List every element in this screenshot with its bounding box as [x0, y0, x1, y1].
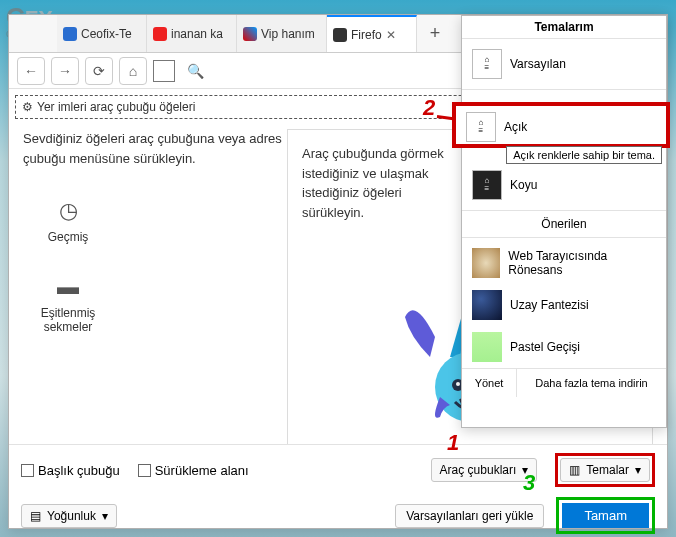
tab-ceofix[interactable]: Ceofix-Te — [57, 15, 147, 52]
recommended-title: Önerilen — [462, 215, 666, 233]
dd-label: Yoğunluk — [47, 509, 96, 523]
heart-icon — [153, 27, 167, 41]
restore-defaults-button[interactable]: Varsayılanları geri yükle — [395, 504, 544, 528]
drag-space-checkbox[interactable]: Sürükleme alanı — [138, 463, 249, 478]
forward-button[interactable]: → — [51, 57, 79, 85]
dd-label: Temalar — [586, 463, 629, 477]
tool-label: Eşitlenmiş sekmeler — [23, 306, 113, 334]
firefox-window: Ceofix-Te inanan ka Vip hanım Firefo ✕ +… — [8, 14, 668, 529]
preview-instruction: Araç çubuğunda görmek istediğiniz ve ula… — [302, 144, 462, 222]
theme-light-highlight: ⌂≡ Açık — [452, 102, 670, 148]
themes-panel: Temalarım ⌂≡ Varsayılan ⌂≡ Açık Açık ren… — [461, 15, 667, 428]
theme-label: Koyu — [510, 178, 537, 192]
theme-light[interactable]: ⌂≡ Açık — [466, 112, 666, 142]
done-button-highlight: Tamam — [556, 497, 655, 534]
tab-label: Firefo — [351, 28, 382, 42]
bottom-row-2: ▤ Yoğunluk ▾ Varsayılanları geri yükle T… — [21, 497, 655, 534]
marker-3: 3 — [523, 470, 535, 496]
palette-icon: ▥ — [569, 463, 580, 477]
chevron-down-icon: ▾ — [102, 509, 108, 523]
theme-pastel[interactable]: Pastel Geçişi — [462, 326, 666, 368]
bookmarks-label: Yer imleri araç çubuğu öğeleri — [37, 100, 195, 114]
theme-space-fantasy[interactable]: Uzay Fantezisi — [462, 284, 666, 326]
tab-inanan[interactable]: inanan ka — [147, 15, 237, 52]
tool-label: Geçmiş — [23, 230, 113, 244]
theme-tooltip: Açık renklerle sahip bir tema. — [506, 146, 662, 164]
back-button[interactable]: ← — [17, 57, 45, 85]
tab-label: Vip hanım — [261, 27, 315, 41]
theme-default[interactable]: ⌂≡ Varsayılan — [462, 43, 666, 85]
tab-firefox-customize[interactable]: Firefo ✕ — [327, 15, 417, 52]
bottom-row-1: Başlık çubuğu Sürükleme alanı Araç çubuk… — [21, 453, 655, 487]
checkbox-icon — [21, 464, 34, 477]
done-button[interactable]: Tamam — [562, 503, 649, 528]
checkbox-label: Sürükleme alanı — [155, 463, 249, 478]
chevron-down-icon: ▾ — [635, 463, 641, 477]
brush-icon — [333, 28, 347, 42]
bottom-bar: Başlık çubuğu Sürükleme alanı Araç çubuk… — [9, 444, 667, 528]
theme-thumb-icon — [472, 290, 502, 320]
gear-icon: ⚙ — [22, 100, 33, 114]
tab-label: inanan ka — [171, 27, 223, 41]
theme-label: Açık — [504, 120, 527, 134]
theme-thumb-icon — [472, 332, 502, 362]
panel-footer: Yönet Daha fazla tema indirin — [462, 368, 666, 397]
theme-swatch-icon: ⌂≡ — [472, 170, 502, 200]
tabs-icon: ▬ — [23, 274, 113, 300]
themes-dropdown[interactable]: ▥ Temalar ▾ — [560, 458, 650, 482]
synced-tabs-tool[interactable]: ▬ Eşitlenmiş sekmeler — [23, 274, 113, 334]
tab-vip[interactable]: Vip hanım — [237, 15, 327, 52]
favicon-icon — [243, 27, 257, 41]
theme-swatch-icon: ⌂≡ — [466, 112, 496, 142]
theme-dark[interactable]: ⌂≡ Koyu — [462, 164, 666, 206]
theme-renaissance[interactable]: Web Tarayıcısında Rönesans — [462, 242, 666, 284]
tab-label: Ceofix-Te — [81, 27, 132, 41]
toolbars-dropdown[interactable]: Araç çubukları ▾ — [431, 458, 538, 482]
title-bar-checkbox[interactable]: Başlık çubuğu — [21, 463, 120, 478]
panel-title: Temalarım — [462, 20, 666, 34]
themes-button-highlight: ▥ Temalar ▾ — [555, 453, 655, 487]
instruction-text: Sevdiğiniz öğeleri araç çubuğuna veya ad… — [23, 129, 283, 168]
density-icon: ▤ — [30, 509, 41, 523]
marker-2: 2 — [423, 95, 435, 121]
theme-thumb-icon — [472, 248, 500, 278]
reload-button[interactable]: ⟳ — [85, 57, 113, 85]
theme-label: Web Tarayıcısında Rönesans — [508, 249, 656, 277]
theme-label: Uzay Fantezisi — [510, 298, 589, 312]
theme-label: Varsayılan — [510, 57, 566, 71]
clock-icon: ◷ — [23, 198, 113, 224]
addressbar-placeholder[interactable] — [153, 60, 175, 82]
checkbox-icon — [138, 464, 151, 477]
new-tab-button[interactable]: + — [417, 15, 453, 52]
marker-1: 1 — [447, 430, 459, 456]
theme-label: Pastel Geçişi — [510, 340, 580, 354]
instructions-left: Sevdiğiniz öğeleri araç çubuğuna veya ad… — [23, 129, 283, 454]
checkbox-label: Başlık çubuğu — [38, 463, 120, 478]
search-icon: 🔍 — [187, 63, 204, 79]
close-icon[interactable]: ✕ — [386, 28, 396, 42]
manage-themes-button[interactable]: Yönet — [462, 369, 517, 397]
density-dropdown[interactable]: ▤ Yoğunluk ▾ — [21, 504, 117, 528]
svg-point-2 — [456, 382, 460, 386]
dd-label: Araç çubukları — [440, 463, 517, 477]
favicon-icon — [63, 27, 77, 41]
theme-swatch-icon: ⌂≡ — [472, 49, 502, 79]
history-tool[interactable]: ◷ Geçmiş — [23, 198, 113, 244]
get-more-themes-button[interactable]: Daha fazla tema indirin — [517, 369, 666, 397]
home-button[interactable]: ⌂ — [119, 57, 147, 85]
